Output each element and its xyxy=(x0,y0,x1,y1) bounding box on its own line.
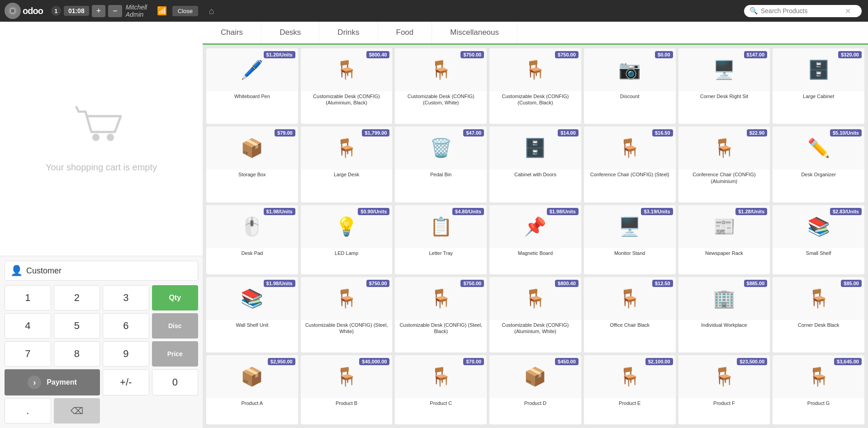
product-card[interactable]: $1.98/Units📌Magnetic Board xyxy=(489,205,581,274)
product-card[interactable]: $22.90🪑Conference Chair (CONFIG) (Alumin… xyxy=(678,127,770,202)
search-box[interactable]: 🔍 ✕ xyxy=(744,5,862,17)
product-card[interactable]: $2,100.00🪑Product E xyxy=(584,355,676,424)
product-card[interactable]: $1.20/Units🖊️Whiteboard Pen xyxy=(206,48,298,124)
product-card[interactable]: $750.00🪑Customizable Desk (CONFIG) (Cust… xyxy=(395,48,487,124)
product-card[interactable]: $2.83/Units📚Small Shelf xyxy=(773,205,864,274)
cart-icon xyxy=(74,105,128,154)
numpad-grid: 1 2 3 Qty 4 5 6 Disc 7 8 9 Price › Payme… xyxy=(5,285,198,423)
odoo-text: odoo xyxy=(23,6,43,16)
price-badge: $85.00 xyxy=(841,280,862,287)
price-badge: $2.83/Units xyxy=(830,208,862,215)
product-card[interactable]: $1.98/Units🖱️Desk Pad xyxy=(206,205,298,274)
tab-drinks[interactable]: Drinks xyxy=(319,22,378,43)
tab-miscellaneous[interactable]: Miscellaneous xyxy=(432,22,517,43)
product-name: Conference Chair (CONFIG) (Steel) xyxy=(588,169,671,178)
price-badge: $450.00 xyxy=(555,358,579,365)
product-name: Office Chair Black xyxy=(608,320,651,328)
qty-button[interactable]: Qty xyxy=(152,285,199,310)
product-name: Large Cabinet xyxy=(801,91,836,99)
product-name: Cabinet with Doors xyxy=(512,169,558,178)
product-card[interactable]: $47.00🗑️Pedal Bin xyxy=(395,127,487,202)
product-card[interactable]: $85.00🪑Corner Desk Black xyxy=(773,277,864,353)
tab-desks[interactable]: Desks xyxy=(261,22,319,43)
product-card[interactable]: $450.00📦Product D xyxy=(489,355,581,424)
product-card[interactable]: $800.40🪑Customizable Desk (CONFIG) (Alum… xyxy=(301,48,393,124)
product-name: Corner Desk Right Sit xyxy=(698,91,750,99)
delete-button[interactable]: ⌫ xyxy=(54,398,100,423)
product-name: Newspaper Rack xyxy=(703,248,745,256)
product-card[interactable]: $885.00🏢Individual Workplace xyxy=(678,277,770,353)
num-8-button[interactable]: 8 xyxy=(54,341,100,367)
search-input[interactable] xyxy=(761,7,842,14)
product-card[interactable]: $23,500.00🪑Product F xyxy=(678,355,770,424)
product-card[interactable]: $70.00🪑Product C xyxy=(395,355,487,424)
product-name: Discount xyxy=(618,91,641,99)
num-6-button[interactable]: 6 xyxy=(103,313,149,339)
price-button[interactable]: Price xyxy=(152,341,199,367)
product-card[interactable]: $14.00🗄️Cabinet with Doors xyxy=(489,127,581,202)
num-7-button[interactable]: 7 xyxy=(5,341,51,367)
price-badge: $70.00 xyxy=(463,358,484,365)
price-badge: $12.50 xyxy=(652,280,673,287)
product-card[interactable]: $1.28/Units📰Newspaper Rack xyxy=(678,205,770,274)
num-plus-minus-button[interactable]: +/- xyxy=(103,369,149,395)
product-card[interactable]: $16.50🪑Conference Chair (CONFIG) (Steel) xyxy=(584,127,676,202)
add-session-button[interactable]: + xyxy=(92,5,106,17)
payment-chevron-icon: › xyxy=(28,376,41,389)
customer-button[interactable]: 👤 Customer xyxy=(5,261,198,281)
home-button[interactable]: ⌂ xyxy=(209,6,214,16)
price-badge: $885.00 xyxy=(744,280,768,287)
num-4-button[interactable]: 4 xyxy=(5,313,51,339)
price-badge: $1.28/Units xyxy=(735,208,767,215)
product-card[interactable]: $40,000.00🪑Product B xyxy=(301,355,393,424)
product-card[interactable]: $3.19/Units🖥️Monitor Stand xyxy=(584,205,676,274)
top-bar: odoo 1 01:08 + − Mitchell Admin 📶 Close xyxy=(0,0,203,22)
product-card[interactable]: $1.98/Units📚Wall Shelf Unit xyxy=(206,277,298,353)
num-9-button[interactable]: 9 xyxy=(103,341,149,367)
price-badge: $16.50 xyxy=(652,129,673,136)
product-card[interactable]: $750.00🪑Customizable Desk (CONFIG) (Stee… xyxy=(301,277,393,353)
product-name: Storage Box xyxy=(237,169,268,178)
num-5-button[interactable]: 5 xyxy=(54,313,100,339)
num-0-button[interactable]: 0 xyxy=(152,369,199,395)
product-card[interactable]: $2,950.00📦Product A xyxy=(206,355,298,424)
product-name: Conference Chair (CONFIG) (Aluminium) xyxy=(678,169,770,184)
product-card[interactable]: $79.00📦Storage Box xyxy=(206,127,298,202)
product-card[interactable]: $147.00🖥️Corner Desk Right Sit xyxy=(678,48,770,124)
num-1-button[interactable]: 1 xyxy=(5,285,51,310)
price-badge: $1.20/Units xyxy=(264,51,295,58)
product-name: Customizable Desk (CONFIG) (Steel, Black… xyxy=(395,320,487,335)
tab-chairs[interactable]: Chairs xyxy=(203,22,261,43)
product-card[interactable]: $0.90/Units💡LED Lamp xyxy=(301,205,393,274)
disc-button[interactable]: Disc xyxy=(152,313,199,339)
product-name: Product A xyxy=(240,398,265,406)
product-card[interactable]: $3,645.00🪑Product G xyxy=(773,355,864,424)
price-badge: $750.00 xyxy=(366,280,390,287)
product-card[interactable]: $750.00🪑Customizable Desk (CONFIG) (Cust… xyxy=(489,48,581,124)
price-badge: $147.00 xyxy=(744,51,768,58)
product-card[interactable]: $800.40🪑Customizable Desk (CONFIG) (Alum… xyxy=(489,277,581,353)
product-card[interactable]: $750.00🪑Customizable Desk (CONFIG) (Stee… xyxy=(395,277,487,353)
product-card[interactable]: $1,799.00🪑Large Desk xyxy=(301,127,393,202)
price-badge: $0.90/Units xyxy=(358,208,389,215)
num-2-button[interactable]: 2 xyxy=(54,285,100,310)
customer-icon: 👤 xyxy=(10,265,23,277)
product-name: Product B xyxy=(334,398,359,406)
close-button[interactable]: Close xyxy=(172,6,198,16)
price-badge: $2,950.00 xyxy=(268,358,295,365)
timer-block: 1 01:08 + − xyxy=(51,5,122,17)
product-card[interactable]: $0.00📷Discount xyxy=(584,48,676,124)
price-badge: $1.98/Units xyxy=(264,280,295,287)
product-name: Corner Desk Black xyxy=(796,320,841,328)
category-tabs: Chairs Desks Drinks Food Miscellaneous xyxy=(203,22,868,45)
num-dot-button[interactable]: . xyxy=(5,398,51,423)
remove-session-button[interactable]: − xyxy=(108,5,122,17)
product-card[interactable]: $320.00🗄️Large Cabinet xyxy=(773,48,864,124)
product-card[interactable]: $4.80/Units📋Letter Tray xyxy=(395,205,487,274)
num-3-button[interactable]: 3 xyxy=(103,285,149,310)
payment-button[interactable]: › Payment xyxy=(5,369,100,395)
tab-food[interactable]: Food xyxy=(378,22,432,43)
product-card[interactable]: $12.50🪑Office Chair Black xyxy=(584,277,676,353)
product-card[interactable]: $5.10/Units✏️Desk Organizer xyxy=(773,127,864,202)
search-clear-icon[interactable]: ✕ xyxy=(845,7,851,15)
